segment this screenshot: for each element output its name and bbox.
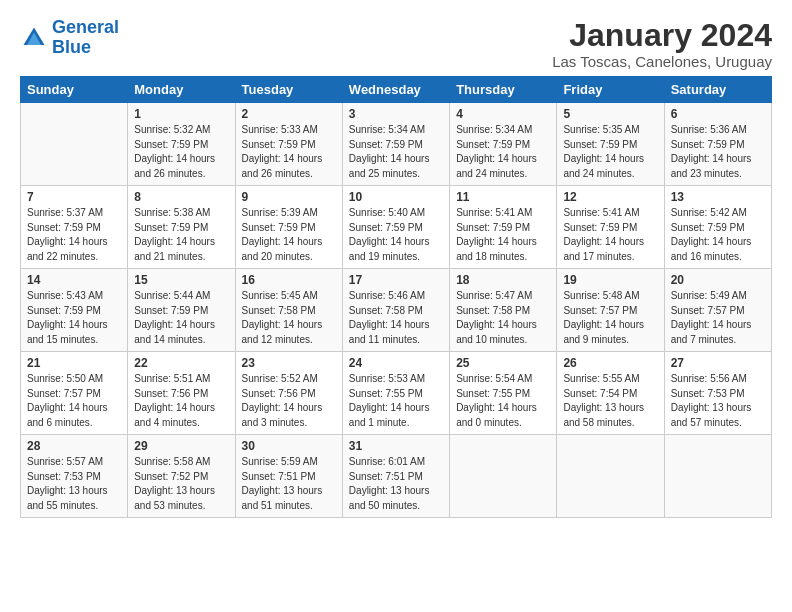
calendar-cell: 14Sunrise: 5:43 AM Sunset: 7:59 PM Dayli… [21, 269, 128, 352]
day-number: 11 [456, 190, 550, 204]
calendar-cell: 15Sunrise: 5:44 AM Sunset: 7:59 PM Dayli… [128, 269, 235, 352]
day-info: Sunrise: 5:51 AM Sunset: 7:56 PM Dayligh… [134, 372, 228, 430]
day-number: 29 [134, 439, 228, 453]
calendar-cell: 22Sunrise: 5:51 AM Sunset: 7:56 PM Dayli… [128, 352, 235, 435]
day-number: 9 [242, 190, 336, 204]
header-row-table: SundayMondayTuesdayWednesdayThursdayFrid… [21, 77, 772, 103]
calendar-cell: 4Sunrise: 5:34 AM Sunset: 7:59 PM Daylig… [450, 103, 557, 186]
day-info: Sunrise: 5:43 AM Sunset: 7:59 PM Dayligh… [27, 289, 121, 347]
calendar-cell: 21Sunrise: 5:50 AM Sunset: 7:57 PM Dayli… [21, 352, 128, 435]
day-info: Sunrise: 5:37 AM Sunset: 7:59 PM Dayligh… [27, 206, 121, 264]
week-row-4: 28Sunrise: 5:57 AM Sunset: 7:53 PM Dayli… [21, 435, 772, 518]
day-info: Sunrise: 5:57 AM Sunset: 7:53 PM Dayligh… [27, 455, 121, 513]
calendar-cell: 11Sunrise: 5:41 AM Sunset: 7:59 PM Dayli… [450, 186, 557, 269]
day-info: Sunrise: 5:54 AM Sunset: 7:55 PM Dayligh… [456, 372, 550, 430]
calendar-cell: 23Sunrise: 5:52 AM Sunset: 7:56 PM Dayli… [235, 352, 342, 435]
day-number: 12 [563, 190, 657, 204]
title-block: January 2024 Las Toscas, Canelones, Urug… [552, 18, 772, 70]
main-title: January 2024 [552, 18, 772, 53]
day-info: Sunrise: 5:36 AM Sunset: 7:59 PM Dayligh… [671, 123, 765, 181]
week-row-3: 21Sunrise: 5:50 AM Sunset: 7:57 PM Dayli… [21, 352, 772, 435]
header-sunday: Sunday [21, 77, 128, 103]
day-info: Sunrise: 5:59 AM Sunset: 7:51 PM Dayligh… [242, 455, 336, 513]
day-number: 16 [242, 273, 336, 287]
day-number: 17 [349, 273, 443, 287]
calendar-cell: 8Sunrise: 5:38 AM Sunset: 7:59 PM Daylig… [128, 186, 235, 269]
calendar-cell: 30Sunrise: 5:59 AM Sunset: 7:51 PM Dayli… [235, 435, 342, 518]
calendar-cell: 27Sunrise: 5:56 AM Sunset: 7:53 PM Dayli… [664, 352, 771, 435]
day-info: Sunrise: 5:34 AM Sunset: 7:59 PM Dayligh… [456, 123, 550, 181]
day-number: 20 [671, 273, 765, 287]
day-info: Sunrise: 5:52 AM Sunset: 7:56 PM Dayligh… [242, 372, 336, 430]
calendar-cell: 6Sunrise: 5:36 AM Sunset: 7:59 PM Daylig… [664, 103, 771, 186]
day-info: Sunrise: 5:32 AM Sunset: 7:59 PM Dayligh… [134, 123, 228, 181]
day-info: Sunrise: 6:01 AM Sunset: 7:51 PM Dayligh… [349, 455, 443, 513]
week-row-2: 14Sunrise: 5:43 AM Sunset: 7:59 PM Dayli… [21, 269, 772, 352]
calendar-cell: 13Sunrise: 5:42 AM Sunset: 7:59 PM Dayli… [664, 186, 771, 269]
day-info: Sunrise: 5:44 AM Sunset: 7:59 PM Dayligh… [134, 289, 228, 347]
logo-text: General Blue [52, 18, 119, 58]
week-row-1: 7Sunrise: 5:37 AM Sunset: 7:59 PM Daylig… [21, 186, 772, 269]
day-info: Sunrise: 5:56 AM Sunset: 7:53 PM Dayligh… [671, 372, 765, 430]
header-wednesday: Wednesday [342, 77, 449, 103]
day-info: Sunrise: 5:50 AM Sunset: 7:57 PM Dayligh… [27, 372, 121, 430]
day-info: Sunrise: 5:41 AM Sunset: 7:59 PM Dayligh… [563, 206, 657, 264]
header-tuesday: Tuesday [235, 77, 342, 103]
day-info: Sunrise: 5:41 AM Sunset: 7:59 PM Dayligh… [456, 206, 550, 264]
calendar-cell: 25Sunrise: 5:54 AM Sunset: 7:55 PM Dayli… [450, 352, 557, 435]
calendar-cell: 20Sunrise: 5:49 AM Sunset: 7:57 PM Dayli… [664, 269, 771, 352]
calendar-cell: 1Sunrise: 5:32 AM Sunset: 7:59 PM Daylig… [128, 103, 235, 186]
logo: General Blue [20, 18, 119, 58]
calendar-cell: 19Sunrise: 5:48 AM Sunset: 7:57 PM Dayli… [557, 269, 664, 352]
day-number: 27 [671, 356, 765, 370]
day-info: Sunrise: 5:46 AM Sunset: 7:58 PM Dayligh… [349, 289, 443, 347]
calendar-cell [21, 103, 128, 186]
day-info: Sunrise: 5:38 AM Sunset: 7:59 PM Dayligh… [134, 206, 228, 264]
day-number: 6 [671, 107, 765, 121]
calendar-cell: 7Sunrise: 5:37 AM Sunset: 7:59 PM Daylig… [21, 186, 128, 269]
day-number: 19 [563, 273, 657, 287]
day-info: Sunrise: 5:58 AM Sunset: 7:52 PM Dayligh… [134, 455, 228, 513]
day-number: 25 [456, 356, 550, 370]
day-info: Sunrise: 5:48 AM Sunset: 7:57 PM Dayligh… [563, 289, 657, 347]
calendar-cell: 24Sunrise: 5:53 AM Sunset: 7:55 PM Dayli… [342, 352, 449, 435]
subtitle: Las Toscas, Canelones, Uruguay [552, 53, 772, 70]
week-row-0: 1Sunrise: 5:32 AM Sunset: 7:59 PM Daylig… [21, 103, 772, 186]
header-friday: Friday [557, 77, 664, 103]
calendar-cell: 9Sunrise: 5:39 AM Sunset: 7:59 PM Daylig… [235, 186, 342, 269]
calendar-table: SundayMondayTuesdayWednesdayThursdayFrid… [20, 76, 772, 518]
day-number: 14 [27, 273, 121, 287]
calendar-cell [557, 435, 664, 518]
calendar-cell: 12Sunrise: 5:41 AM Sunset: 7:59 PM Dayli… [557, 186, 664, 269]
calendar-cell: 29Sunrise: 5:58 AM Sunset: 7:52 PM Dayli… [128, 435, 235, 518]
day-info: Sunrise: 5:35 AM Sunset: 7:59 PM Dayligh… [563, 123, 657, 181]
day-info: Sunrise: 5:39 AM Sunset: 7:59 PM Dayligh… [242, 206, 336, 264]
calendar-cell: 31Sunrise: 6:01 AM Sunset: 7:51 PM Dayli… [342, 435, 449, 518]
logo-icon [20, 24, 48, 52]
day-info: Sunrise: 5:33 AM Sunset: 7:59 PM Dayligh… [242, 123, 336, 181]
day-info: Sunrise: 5:42 AM Sunset: 7:59 PM Dayligh… [671, 206, 765, 264]
day-info: Sunrise: 5:55 AM Sunset: 7:54 PM Dayligh… [563, 372, 657, 430]
day-number: 26 [563, 356, 657, 370]
calendar-cell: 3Sunrise: 5:34 AM Sunset: 7:59 PM Daylig… [342, 103, 449, 186]
day-number: 28 [27, 439, 121, 453]
day-info: Sunrise: 5:45 AM Sunset: 7:58 PM Dayligh… [242, 289, 336, 347]
day-number: 24 [349, 356, 443, 370]
header-row: General Blue January 2024 Las Toscas, Ca… [20, 18, 772, 70]
day-number: 18 [456, 273, 550, 287]
day-number: 7 [27, 190, 121, 204]
day-number: 3 [349, 107, 443, 121]
day-info: Sunrise: 5:47 AM Sunset: 7:58 PM Dayligh… [456, 289, 550, 347]
day-info: Sunrise: 5:53 AM Sunset: 7:55 PM Dayligh… [349, 372, 443, 430]
calendar-cell: 17Sunrise: 5:46 AM Sunset: 7:58 PM Dayli… [342, 269, 449, 352]
day-info: Sunrise: 5:34 AM Sunset: 7:59 PM Dayligh… [349, 123, 443, 181]
header-thursday: Thursday [450, 77, 557, 103]
calendar-cell: 10Sunrise: 5:40 AM Sunset: 7:59 PM Dayli… [342, 186, 449, 269]
day-number: 13 [671, 190, 765, 204]
day-info: Sunrise: 5:49 AM Sunset: 7:57 PM Dayligh… [671, 289, 765, 347]
calendar-cell [664, 435, 771, 518]
day-number: 2 [242, 107, 336, 121]
page: General Blue January 2024 Las Toscas, Ca… [0, 0, 792, 528]
header-monday: Monday [128, 77, 235, 103]
calendar-cell: 26Sunrise: 5:55 AM Sunset: 7:54 PM Dayli… [557, 352, 664, 435]
